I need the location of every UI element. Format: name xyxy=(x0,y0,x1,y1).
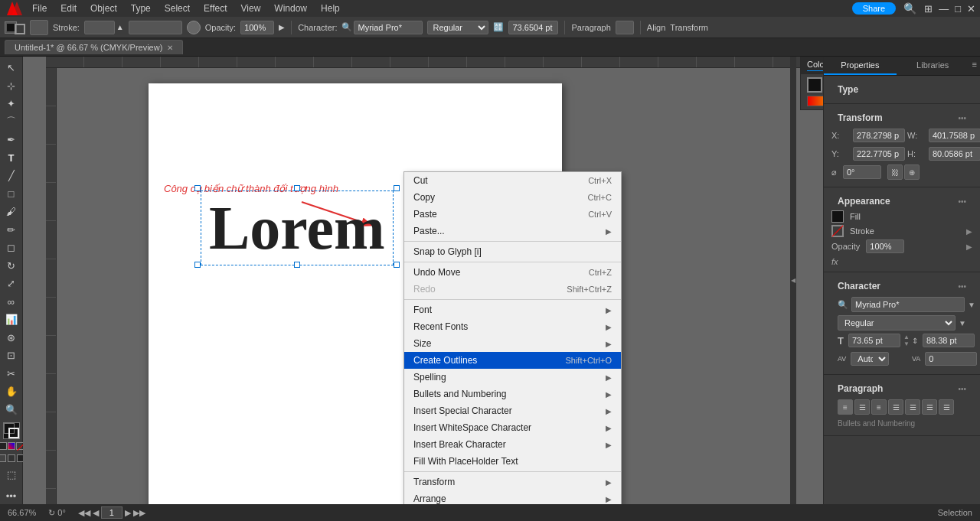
tab-libraries[interactable]: Libraries xyxy=(897,57,969,75)
handle-tr[interactable] xyxy=(394,185,400,191)
menu-item-arrange[interactable]: Arrange ▶ xyxy=(404,490,621,504)
zoom-tool[interactable]: 🔍 xyxy=(3,402,20,418)
menu-item-undo[interactable]: Undo Move Ctrl+Z xyxy=(404,264,621,281)
menu-edit[interactable]: Edit xyxy=(54,2,83,15)
minimize-icon[interactable]: — xyxy=(939,3,949,15)
character-selector[interactable]: 🔍 xyxy=(341,21,423,34)
menu-item-transform[interactable]: Transform ▶ xyxy=(404,474,621,490)
constrain-proportions[interactable]: ⛓ xyxy=(887,164,903,180)
menu-item-create-outlines[interactable]: Create Outlines Shift+Ctrl+O xyxy=(404,352,621,369)
menu-item-bullets[interactable]: Bullets and Numbering ▶ xyxy=(404,386,621,402)
lorem-text[interactable]: Lorem xyxy=(201,190,394,265)
hand-tool[interactable]: ✋ xyxy=(3,383,20,400)
scale-tool[interactable]: ⤢ xyxy=(3,275,20,292)
font-style-select[interactable]: Regular xyxy=(427,21,488,34)
prev-page-step[interactable]: ◀ xyxy=(93,508,99,518)
stroke-up-arrow[interactable]: ▲ xyxy=(116,23,124,31)
character-section-header[interactable]: Character ••• xyxy=(831,277,972,295)
menu-item-paste[interactable]: Paste Ctrl+V xyxy=(404,206,621,223)
selection-tool[interactable]: ↖ xyxy=(3,60,20,77)
stroke-color-swatch[interactable] xyxy=(15,24,25,34)
document-tab[interactable]: Untitled-1* @ 66.67 % (CMYK/Preview) ✕ xyxy=(5,40,183,54)
normal-view[interactable] xyxy=(0,454,6,462)
stroke-box[interactable] xyxy=(831,225,844,237)
share-button[interactable]: Share xyxy=(852,2,896,15)
stroke-style-selector[interactable] xyxy=(30,20,48,35)
opacity-input[interactable] xyxy=(240,21,274,34)
menu-item-cut[interactable]: Cut Ctrl+X xyxy=(404,172,621,189)
align-right-button[interactable]: ≡ xyxy=(871,399,887,415)
transform-origin[interactable]: ⊕ xyxy=(904,164,920,180)
rect-tool[interactable]: □ xyxy=(3,186,20,203)
menu-item-redo[interactable]: Redo Shift+Ctrl+Z xyxy=(404,281,621,298)
align-center-button[interactable]: ☰ xyxy=(854,399,870,415)
font-size-down[interactable]: ▼ xyxy=(903,340,910,347)
menu-item-paste-more[interactable]: Paste... ▶ xyxy=(404,223,621,239)
menu-type[interactable]: Type xyxy=(125,2,157,15)
blend-tool[interactable]: ∞ xyxy=(3,294,20,311)
eraser-tool[interactable]: ◻ xyxy=(3,239,20,256)
font-dropdown-arrow[interactable]: ▼ xyxy=(968,301,975,309)
line-tool[interactable]: ╱ xyxy=(3,168,20,184)
lasso-tool[interactable]: ⌒ xyxy=(3,114,20,131)
fx-button[interactable]: fx xyxy=(831,257,838,266)
handle-bl[interactable] xyxy=(194,262,201,268)
menu-select[interactable]: Select xyxy=(158,2,196,15)
justify-full-button[interactable]: ☰ xyxy=(939,399,954,415)
stroke-input[interactable] xyxy=(84,21,115,34)
align-left-button[interactable]: ≡ xyxy=(838,399,853,415)
menu-item-insert-break[interactable]: Insert Break Character ▶ xyxy=(404,436,621,453)
menu-item-recent-fonts[interactable]: Recent Fonts ▶ xyxy=(404,318,621,335)
stroke-expand[interactable]: ▶ xyxy=(966,226,972,236)
artboard-tool[interactable]: ⊡ xyxy=(3,347,20,364)
pen-tool[interactable]: ✒ xyxy=(3,132,20,148)
pencil-tool[interactable]: ✏ xyxy=(3,222,20,239)
color-mode-button[interactable] xyxy=(0,442,7,450)
font-size-input[interactable] xyxy=(508,21,558,34)
appearance-section-header[interactable]: Appearance ••• xyxy=(831,192,972,210)
char-font-style-select[interactable]: Regular xyxy=(838,315,956,331)
close-window-icon[interactable]: ✕ xyxy=(967,3,975,15)
gradient-mode-button[interactable] xyxy=(8,442,15,450)
opacity-expand[interactable]: ▶ xyxy=(966,241,972,252)
color-selector[interactable] xyxy=(129,21,182,34)
justify-all-button[interactable]: ☰ xyxy=(905,399,920,415)
menu-item-spelling[interactable]: Spelling ▶ xyxy=(404,369,621,386)
column-graph-tool[interactable]: 📊 xyxy=(3,311,20,328)
justify-button[interactable]: ☰ xyxy=(888,399,903,415)
arrange-windows-icon[interactable]: ⊞ xyxy=(924,3,933,15)
fill-stroke-large[interactable] xyxy=(3,422,20,439)
font-size-panel-input[interactable] xyxy=(848,334,900,347)
menu-item-fill-placeholder[interactable]: Fill With PlaceHolder Text xyxy=(404,453,621,470)
font-name-input[interactable] xyxy=(354,21,423,34)
artboard-nav[interactable]: ⬚ xyxy=(3,467,20,484)
menu-item-snap-glyph[interactable]: Snap to Glyph [i] xyxy=(404,243,621,260)
y-input[interactable] xyxy=(853,147,905,161)
opacity-arrow[interactable]: ▶ xyxy=(279,23,285,31)
fill-box[interactable] xyxy=(831,210,844,223)
justify-right-button[interactable]: ☰ xyxy=(922,399,937,415)
search-icon[interactable]: 🔍 xyxy=(903,2,916,15)
menu-effect[interactable]: Effect xyxy=(198,2,233,15)
bullets-paragraph-link[interactable]: Bullets and Numbering xyxy=(831,416,972,431)
menu-item-insert-special[interactable]: Insert Special Character ▶ xyxy=(404,402,621,419)
screen-view[interactable] xyxy=(8,454,15,462)
w-input[interactable] xyxy=(929,129,980,142)
h-input[interactable] xyxy=(929,147,980,161)
tab-close-button[interactable]: ✕ xyxy=(167,44,173,52)
color-globe-icon[interactable] xyxy=(187,21,201,34)
more-tools-button[interactable]: ••• xyxy=(3,487,20,504)
tab-properties[interactable]: Properties xyxy=(824,57,897,75)
line-height-input[interactable] xyxy=(923,334,975,347)
symbol-sprayer-tool[interactable]: ⊛ xyxy=(3,330,20,347)
menu-file[interactable]: File xyxy=(26,2,53,15)
char-font-input[interactable] xyxy=(851,297,965,312)
paint-brush-tool[interactable]: 🖌 xyxy=(3,204,20,220)
paragraph-section-header[interactable]: Paragraph ••• xyxy=(831,379,972,398)
type-section-header[interactable]: Type xyxy=(831,80,972,99)
font-size-up[interactable]: ▲ xyxy=(903,334,910,340)
menu-item-insert-whitespace[interactable]: Insert WhiteSpace Character ▶ xyxy=(404,419,621,436)
x-input[interactable] xyxy=(853,129,905,142)
menu-window[interactable]: Window xyxy=(268,2,313,15)
fill-swatch[interactable] xyxy=(807,77,822,93)
